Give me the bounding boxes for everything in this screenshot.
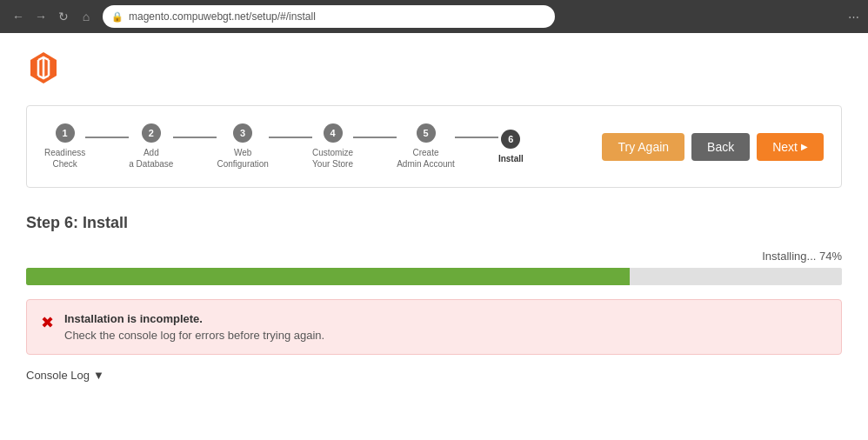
- back-nav-btn[interactable]: ←: [9, 7, 28, 26]
- try-again-button[interactable]: Try Again: [602, 133, 684, 161]
- step-4-dot: 4: [324, 123, 343, 143]
- url-text: magento.compuwebgt.net/setup/#/install: [129, 10, 316, 23]
- connector-3: [269, 137, 312, 138]
- step-title: Step 6: Install: [26, 214, 842, 232]
- step-1-label: ReadinessCheck: [44, 147, 85, 170]
- step-2-dot: 2: [142, 123, 161, 143]
- step-2-label: Adda Database: [129, 147, 173, 170]
- magento-logo: [26, 50, 842, 88]
- step-4-label: CustomizeYour Store: [312, 147, 353, 170]
- step-5-label: CreateAdmin Account: [397, 147, 455, 170]
- connector-1: [85, 137, 129, 138]
- progress-bar-fill: [26, 268, 630, 285]
- browser-chrome: ← → ↻ ⌂ 🔒 magento.compuwebgt.net/setup/#…: [0, 0, 868, 33]
- step-3-dot: 3: [233, 123, 252, 143]
- step-6: 6 Install: [498, 130, 524, 164]
- steps-section: 1 ReadinessCheck 2 Adda Database 3 WebCo…: [44, 123, 824, 170]
- progress-bar-track: [26, 268, 842, 285]
- error-message-title: Installation is incomplete.: [64, 312, 324, 325]
- console-log-toggle[interactable]: Console Log ▼: [26, 369, 842, 382]
- step-4: 4 CustomizeYour Store: [312, 123, 353, 170]
- home-btn[interactable]: ⌂: [77, 7, 96, 26]
- lock-icon: 🔒: [111, 11, 124, 23]
- step-1: 1 ReadinessCheck: [44, 123, 85, 170]
- forward-nav-btn[interactable]: →: [31, 7, 50, 26]
- next-button[interactable]: Next: [757, 133, 824, 161]
- progress-label: Installing... 74%: [26, 250, 842, 263]
- error-message-body: Check the console log for errors before …: [64, 329, 324, 342]
- error-box: ✖ Installation is incomplete. Check the …: [26, 299, 842, 355]
- connector-4: [353, 137, 397, 138]
- menu-btn[interactable]: ⋯: [848, 10, 859, 23]
- step-5: 5 CreateAdmin Account: [397, 123, 455, 170]
- refresh-btn[interactable]: ↻: [54, 7, 73, 26]
- console-log-arrow: ▼: [93, 369, 104, 382]
- browser-tools: ⋯: [848, 10, 859, 23]
- step-3: 3 WebConfiguration: [217, 123, 268, 170]
- content-area: Step 6: Install Installing... 74% ✖ Inst…: [26, 205, 842, 390]
- error-icon: ✖: [41, 313, 54, 332]
- step-6-label: Install: [498, 153, 524, 164]
- step-2: 2 Adda Database: [129, 123, 173, 170]
- page-wrapper: 1 ReadinessCheck 2 Adda Database 3 WebCo…: [0, 33, 868, 440]
- logo-svg: [26, 50, 61, 85]
- nav-buttons: ← → ↻ ⌂: [9, 7, 96, 26]
- wizard-container: 1 ReadinessCheck 2 Adda Database 3 WebCo…: [26, 105, 842, 188]
- back-button[interactable]: Back: [691, 133, 750, 161]
- address-bar[interactable]: 🔒 magento.compuwebgt.net/setup/#/install: [103, 5, 555, 28]
- connector-5: [455, 137, 498, 138]
- wizard-actions: Try Again Back Next: [602, 133, 824, 161]
- step-5-dot: 5: [417, 123, 436, 143]
- steps-bar: 1 ReadinessCheck 2 Adda Database 3 WebCo…: [44, 123, 524, 170]
- step-6-dot: 6: [501, 130, 520, 149]
- console-log-section: Console Log ▼: [26, 369, 842, 382]
- error-content: Installation is incomplete. Check the co…: [64, 312, 324, 342]
- connector-2: [173, 137, 217, 138]
- step-3-label: WebConfiguration: [217, 147, 268, 170]
- console-log-label: Console Log: [26, 369, 90, 382]
- step-1-dot: 1: [56, 123, 75, 143]
